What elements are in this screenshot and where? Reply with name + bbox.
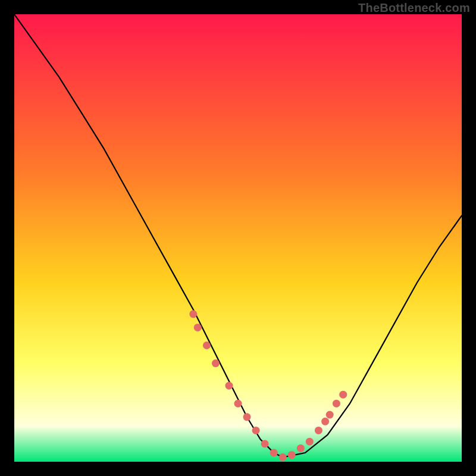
marker-dot — [212, 359, 220, 367]
marker-dot — [321, 418, 329, 425]
marker-dot — [333, 400, 340, 408]
marker-dot — [189, 310, 197, 318]
marker-dot — [270, 449, 278, 457]
marker-dot — [194, 324, 202, 331]
marker-dot — [306, 438, 314, 446]
marker-dot — [315, 427, 322, 434]
marker-dot — [252, 427, 260, 434]
marker-dot — [339, 391, 347, 399]
bottleneck-chart — [14, 14, 462, 462]
marker-dot — [261, 440, 269, 447]
marker-dot — [326, 411, 334, 419]
marker-dot — [234, 400, 242, 408]
marker-dot — [297, 444, 305, 452]
plot-area — [14, 14, 462, 462]
marker-dot — [243, 413, 251, 421]
watermark-text: TheBottleneck.com — [358, 1, 470, 15]
marker-dot — [279, 453, 287, 461]
frame: TheBottleneck.com — [0, 0, 476, 476]
marker-dot — [203, 342, 211, 349]
marker-dot — [226, 382, 233, 390]
marker-dot — [288, 451, 296, 459]
gradient-background — [14, 14, 462, 462]
